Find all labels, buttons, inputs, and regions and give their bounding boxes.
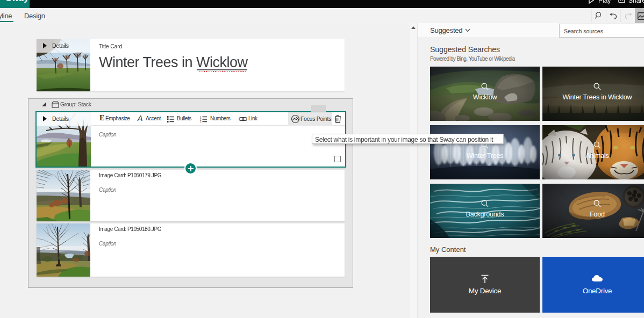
svg-text:Play: Play — [598, 0, 611, 4]
svg-text:3: 3 — [200, 120, 202, 122]
svg-text:Share: Share — [628, 0, 644, 4]
